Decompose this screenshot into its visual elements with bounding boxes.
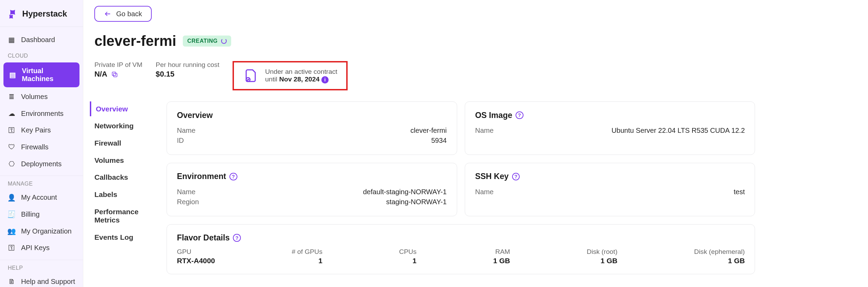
contract-icon — [243, 68, 258, 83]
help-icon[interactable]: ? — [233, 234, 240, 241]
billing-icon: 🧾 — [8, 210, 15, 218]
card-overview: Overview Nameclever-fermi ID5934 — [167, 101, 457, 155]
tab-performance-metrics[interactable]: Performance Metrics — [94, 204, 155, 227]
key-icon: ⚿ — [8, 126, 15, 134]
copy-icon[interactable] — [111, 70, 118, 78]
dashboard-icon: ▦ — [8, 36, 15, 43]
status-badge: CREATING — [183, 36, 231, 47]
card-environment: Environment? Namedefault-staging-NORWAY-… — [167, 163, 457, 216]
org-icon: 👥 — [8, 227, 15, 235]
cards: Overview Nameclever-fermi ID5934 OS Imag… — [167, 101, 755, 274]
hyperstack-logo-icon — [8, 9, 18, 19]
arrow-left-icon — [104, 10, 112, 18]
help-icon[interactable]: ? — [516, 111, 523, 119]
card-overview-title: Overview — [177, 111, 447, 120]
nav-dashboard[interactable]: ▦ Dashboard — [0, 31, 83, 48]
brand-logo[interactable]: Hyperstack — [0, 7, 83, 27]
nav-volumes[interactable]: ≣Volumes — [0, 88, 83, 105]
help-icon[interactable]: ? — [229, 173, 237, 180]
go-back-button[interactable]: Go back — [94, 6, 152, 22]
help-icon[interactable]: ? — [512, 173, 520, 180]
nav-organization[interactable]: 👥My Organization — [0, 223, 83, 240]
nav-billing[interactable]: 🧾Billing — [0, 206, 83, 223]
svg-rect-6 — [112, 72, 116, 75]
tab-labels[interactable]: Labels — [94, 187, 155, 202]
nav-keypairs[interactable]: ⚿Key Pairs — [0, 122, 83, 139]
section-help: HELP — [0, 260, 83, 273]
card-ssh-key: SSH Key? Nametest — [465, 163, 755, 216]
nav-firewalls[interactable]: 🛡Firewalls — [0, 139, 83, 156]
deployments-icon: ⎔ — [8, 160, 15, 168]
server-icon: ▤ — [9, 71, 16, 79]
main-content: Go back Current credit balance $1,171.06… — [83, 0, 868, 287]
nav-account[interactable]: 👤My Account — [0, 189, 83, 206]
card-flavor-details: Flavor Details? GPURTX-A4000 # of GPUs1 … — [167, 224, 755, 275]
volumes-icon: ≣ — [8, 93, 15, 100]
cost-block: Per hour running cost $0.15 — [156, 61, 219, 79]
sidebar: Hyperstack ▦ Dashboard CLOUD ▤ Virtual M… — [0, 0, 83, 287]
cloud-icon: ☁ — [8, 110, 15, 117]
tab-overview[interactable]: Overview — [90, 101, 155, 116]
private-ip-block: Private IP of VM N/A — [94, 61, 142, 79]
help-icon: 🗎 — [8, 278, 15, 285]
nav-environments[interactable]: ☁Environments — [0, 105, 83, 122]
loading-spinner-icon — [221, 38, 227, 44]
nav-apikeys[interactable]: ⚿API Keys — [0, 239, 83, 256]
tab-volumes[interactable]: Volumes — [94, 153, 155, 168]
tab-networking[interactable]: Networking — [94, 119, 155, 133]
apikey-icon: ⚿ — [8, 244, 15, 252]
section-manage: MANAGE — [0, 176, 83, 189]
tab-events-log[interactable]: Events Log — [94, 230, 155, 245]
tab-callbacks[interactable]: Callbacks — [94, 170, 155, 185]
nav-deployments[interactable]: ⎔Deployments — [0, 156, 83, 172]
tab-firewall[interactable]: Firewall — [94, 136, 155, 150]
contract-box: Under an active contract until Nov 28, 2… — [233, 61, 348, 90]
nav-help[interactable]: 🗎Help and Support — [0, 273, 83, 287]
info-icon[interactable]: i — [321, 76, 329, 83]
tabs: Overview Networking Firewall Volumes Cal… — [94, 101, 155, 274]
section-cloud: CLOUD — [0, 48, 83, 61]
title-row: clever-fermi CREATING Access Console — [94, 32, 868, 50]
topbar: Go back Current credit balance $1,171.06… — [94, 6, 868, 22]
nav-virtual-machines[interactable]: ▤ Virtual Machines — [3, 62, 80, 87]
user-icon: 👤 — [8, 194, 15, 201]
info-row: Private IP of VM N/A Per hour running co… — [94, 61, 868, 90]
content-area: Overview Networking Firewall Volumes Cal… — [94, 101, 868, 274]
svg-rect-5 — [114, 73, 117, 77]
shield-icon: 🛡 — [8, 143, 15, 151]
card-os-image: OS Image? NameUbuntu Server 22.04 LTS R5… — [465, 101, 755, 155]
page-title: clever-fermi — [94, 33, 176, 49]
